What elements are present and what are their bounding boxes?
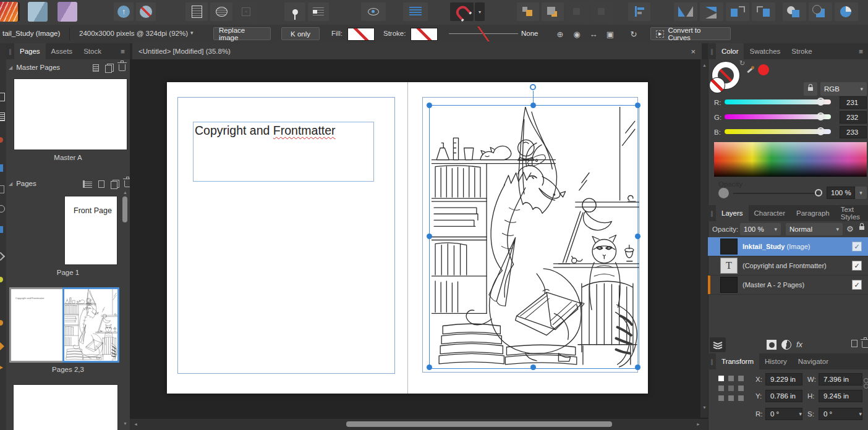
r-value-field[interactable]: 231 (840, 96, 867, 109)
handle-bottom-left[interactable] (427, 365, 432, 370)
link-dimensions-icon[interactable] (864, 378, 868, 389)
text-frame-tool-icon[interactable] (0, 112, 5, 121)
show-rotation-center-button[interactable]: ⊕ (552, 27, 568, 41)
tab-stroke[interactable]: Stroke (786, 43, 817, 59)
tab-history[interactable]: History (759, 353, 793, 369)
anchor-point-selector[interactable] (718, 376, 744, 401)
add-page-icon[interactable] (98, 180, 104, 188)
b-value-field[interactable]: 233 (840, 126, 867, 138)
w-field[interactable]: 7.396 in (819, 373, 862, 386)
rotate-ccw-button[interactable] (726, 2, 749, 21)
baseline-grid-button[interactable] (403, 2, 428, 21)
g-value-field[interactable]: 232 (840, 111, 867, 124)
persona-publisher-button[interactable] (0, 2, 20, 21)
tab-transform[interactable]: Transform (716, 353, 759, 369)
add-master-icon[interactable] (93, 64, 99, 72)
fill-color-well[interactable] (710, 78, 725, 93)
recent-color-swatch[interactable] (758, 64, 769, 75)
opacity-dropdown[interactable]: ▾ (855, 187, 867, 199)
layer-visibility-checkbox[interactable]: ✓ (852, 280, 862, 290)
tool-icon[interactable] (0, 320, 3, 326)
collapse-icon[interactable]: ◢ (9, 65, 12, 70)
blend-mode-dropdown[interactable]: Normal▾ (786, 223, 843, 235)
layer-visibility-checkbox[interactable]: ✓ (852, 242, 862, 251)
text-wrap-page-button[interactable] (185, 2, 208, 21)
image-selection-box[interactable] (429, 105, 639, 369)
indent-button[interactable] (308, 2, 329, 21)
tool-icon[interactable] (0, 137, 3, 143)
boolean-add-button[interactable] (783, 2, 806, 21)
frame-tool-icon[interactable] (0, 93, 5, 101)
image-size-dropdown[interactable]: 2400x3000 pixels @ 324dpi (92%) (79, 30, 188, 37)
move-back-button[interactable] (542, 2, 564, 21)
handle-top-left[interactable] (427, 103, 432, 108)
tab-navigator[interactable]: Navigator (793, 353, 834, 369)
replace-image-button[interactable]: Replace image (213, 27, 271, 40)
chevron-down-icon[interactable]: ▾ (190, 30, 194, 36)
pages45-thumbnail[interactable] (14, 385, 117, 430)
delete-layer-icon[interactable] (862, 341, 868, 348)
page1-thumbnail[interactable]: Front Page (65, 196, 117, 264)
flower-up-button[interactable]: ↑ (114, 2, 134, 21)
handle-mid-left[interactable] (427, 234, 432, 239)
tab-character[interactable]: Character (749, 205, 791, 221)
page-list-icon[interactable] (83, 180, 92, 188)
collapse-icon[interactable]: ◢ (9, 181, 12, 187)
fx-icon[interactable]: fx (796, 340, 802, 349)
scroll-down-arrow[interactable]: ▼ (702, 405, 707, 410)
panel-grip[interactable]: ∥ (708, 43, 716, 59)
rotate-cw-button[interactable] (752, 2, 775, 21)
panel-menu-icon[interactable]: ≡ (866, 205, 868, 221)
h-field[interactable]: 9.245 in (819, 390, 862, 402)
mask-layer-icon[interactable] (767, 340, 777, 350)
page2-thumbnail[interactable]: Copyright and Frontmatter (11, 289, 64, 361)
flower-slash-button[interactable] (136, 2, 156, 21)
color-spectrum[interactable] (714, 142, 867, 177)
r-slider-thumb[interactable] (817, 98, 825, 106)
canvas-area[interactable]: <Untitled> [Modified] (35.8%) × Copyrigh… (130, 43, 708, 430)
tab-stock[interactable]: Stock (78, 43, 107, 59)
convert-to-curves-button[interactable]: ▶ Convert to Curves (650, 27, 731, 40)
x-field[interactable]: 9.229 in (765, 373, 802, 386)
swap-colors-icon[interactable]: ↻ (739, 59, 745, 67)
rotation-field[interactable]: 0 °▾ (765, 408, 802, 420)
handle-top-center[interactable] (530, 103, 536, 108)
opacity-track[interactable] (733, 193, 819, 194)
tab-color[interactable]: Color (716, 43, 744, 59)
handle-mid-right[interactable] (635, 234, 640, 239)
boolean-subtract-button[interactable] (809, 2, 832, 21)
lock-icon[interactable] (859, 226, 864, 230)
canvas-illustration[interactable] (432, 107, 639, 368)
pages-scrollbar[interactable] (122, 196, 127, 222)
r-slider-track[interactable] (725, 99, 831, 104)
panel-grip[interactable]: ∥ (708, 353, 716, 369)
master-a-thumbnail[interactable] (14, 79, 127, 150)
tool-icon[interactable] (0, 277, 3, 282)
snapping-dropdown[interactable]: ▾ (475, 2, 485, 21)
close-icon[interactable]: × (691, 47, 696, 56)
tab-layers[interactable]: Layers (716, 205, 749, 221)
persona-photo-button[interactable] (57, 2, 78, 21)
tool-icon[interactable] (0, 226, 3, 233)
scroll-up-arrow[interactable]: ▲ (702, 63, 707, 67)
handle-bottom-center[interactable] (530, 365, 536, 370)
delete-master-icon[interactable] (119, 64, 126, 71)
new-layer-icon[interactable] (851, 340, 857, 347)
flip-horizontal-button[interactable] (674, 2, 697, 21)
b-slider-track[interactable] (725, 129, 831, 134)
tab-paragraph[interactable]: Paragraph (791, 205, 835, 221)
vertical-scrollbar[interactable]: ▲ ▼ (700, 59, 708, 418)
tab-assets[interactable]: Assets (46, 43, 79, 59)
horizontal-scroll-thumb[interactable] (346, 421, 612, 427)
panel-menu-icon[interactable]: ≡ (116, 43, 130, 59)
stroke-swatch[interactable] (411, 28, 438, 41)
layer-row-copyright[interactable]: T (Copyright and Frontmatter) ✓ (708, 256, 868, 276)
layer-row-master[interactable]: (Master A - 2 Pages) ✓ (708, 276, 868, 295)
layer-row-inktail[interactable]: Inktail_Study (Image) ✓ (708, 237, 868, 256)
layer-stack-button[interactable] (710, 337, 726, 352)
tab-swatches[interactable]: Swatches (744, 43, 786, 59)
tool-icon[interactable] (0, 365, 3, 371)
b-slider-thumb[interactable] (817, 127, 825, 135)
opacity-value-field[interactable]: 100 % (827, 187, 855, 199)
eyedropper-icon[interactable] (746, 65, 755, 75)
